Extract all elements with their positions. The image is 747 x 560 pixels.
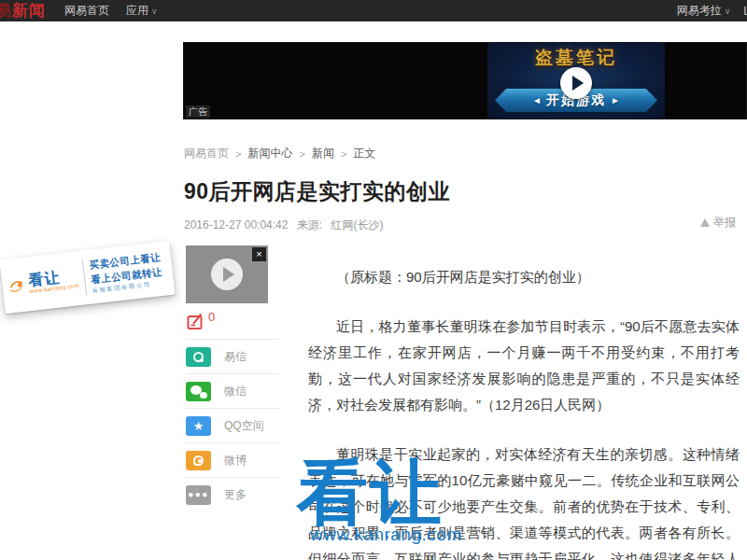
comment-pen-icon — [187, 313, 205, 330]
article-source[interactable]: 红网(长沙) — [331, 218, 383, 231]
article-paragraph: （原标题：90后开网店是实打实的创业） — [308, 264, 740, 290]
nav-apps-label: 应用 — [126, 4, 148, 17]
kanrang-bird-icon — [7, 274, 27, 297]
chevron-down-icon: ∨ — [151, 7, 158, 16]
star-glyph: ★ — [193, 420, 204, 432]
comment-button[interactable]: 0 — [187, 313, 215, 330]
wechat-bubble-small — [200, 392, 207, 399]
breadcrumb-separator: > — [341, 148, 346, 160]
kanrang-sticker-banner: 看让 www.kanrang.com 买卖公司上看让 看上公司就转让 百都集团有… — [0, 241, 176, 314]
share-wechat[interactable]: 微信 — [186, 373, 279, 408]
arrow-right-icon: ► — [611, 95, 620, 105]
logo-prefix: 易 — [0, 0, 10, 21]
close-icon[interactable]: × — [252, 247, 266, 261]
play-icon[interactable] — [211, 259, 243, 290]
netease-news-logo[interactable]: 易 新闻 — [0, 0, 46, 21]
share-label: 更多 — [224, 487, 247, 503]
video-thumbnail[interactable]: × — [186, 245, 268, 303]
nav-kaola-link[interactable]: 网易考拉∨ — [677, 3, 731, 19]
weibo-icon — [186, 451, 211, 470]
ellipsis-glyph: ●●● — [188, 490, 209, 499]
page-title: 90后开网店是实打实的创业 — [184, 177, 744, 206]
more-icon: ●●● — [186, 485, 211, 505]
article-paragraph: 近日，格力董事长董明珠在参加节目时表示，“90后不愿意去实体经济里工作，在家开网… — [308, 314, 740, 418]
chevron-down-icon: ∨ — [725, 7, 731, 16]
wechat-icon — [186, 382, 211, 401]
yixin-glyph — [193, 352, 204, 362]
yixin-icon — [186, 347, 211, 367]
top-navbar: 易 新闻 网易首页 应用∨ 网易考拉∨ L — [0, 0, 747, 21]
share-label: 易信 — [224, 349, 247, 365]
nav-kaola-label: 网易考拉 — [677, 4, 722, 17]
warning-triangle-icon — [700, 218, 710, 227]
breadcrumb-current: 正文 — [353, 146, 375, 161]
comment-count: 0 — [208, 310, 215, 324]
breadcrumb: 网易首页 > 新闻中心 > 新闻 > 正文 — [184, 146, 375, 161]
share-label: QQ空间 — [224, 418, 264, 434]
article-meta: 2016-12-27 00:04:42 来源: 红网(长沙) — [184, 217, 388, 233]
netease-news-article-page: 易 新闻 网易首页 应用∨ 网易考拉∨ L 盗墓笔记 ◄ 开始游戏 ► 广告 网… — [0, 0, 747, 560]
nav-partial-right-text[interactable]: L — [743, 5, 747, 18]
qzone-icon: ★ — [186, 416, 211, 436]
share-yixin[interactable]: 易信 — [186, 339, 279, 373]
banner-divider — [82, 259, 87, 295]
kanrang-slogans: 买卖公司上看让 看上公司就转让 百都集团有限公司 — [89, 250, 164, 295]
breadcrumb-news-center[interactable]: 新闻中心 — [247, 146, 292, 161]
article-source-label: 来源: — [297, 218, 322, 231]
weibo-eye-glyph — [193, 455, 204, 466]
report-button[interactable]: 举报 — [700, 215, 736, 231]
share-label: 微博 — [224, 453, 247, 469]
share-toolbar: 易信 微信 ★ QQ空间 微博 ●●● 更多 — [186, 339, 279, 511]
share-weibo[interactable]: 微博 — [186, 442, 279, 477]
logo-text: 新闻 — [12, 0, 46, 21]
kanrang-logo: 看让 www.kanrang.com — [7, 268, 79, 297]
article-body: （原标题：90后开网店是实打实的创业） 近日，格力董事长董明珠在参加节目时表示，… — [308, 264, 740, 560]
breadcrumb-separator: > — [299, 148, 304, 160]
play-icon[interactable] — [560, 67, 592, 99]
top-ad-banner[interactable]: 盗墓笔记 ◄ 开始游戏 ► 广告 — [183, 42, 747, 119]
report-label: 举报 — [713, 215, 736, 231]
nav-home-link[interactable]: 网易首页 — [64, 3, 109, 19]
breadcrumb-separator: > — [235, 148, 241, 160]
article-paragraph: 董明珠是干实业起家的，对实体经济有天生的亲切感。这种情绪表达，可在她与雷军的10… — [308, 441, 740, 560]
share-more[interactable]: ●●● 更多 — [186, 477, 279, 511]
article-datetime: 2016-12-27 00:04:42 — [184, 218, 288, 231]
nav-apps-link[interactable]: 应用∨ — [126, 3, 158, 19]
arrow-left-icon: ◄ — [532, 95, 542, 105]
ad-label: 广告 — [186, 105, 210, 118]
game-ad[interactable]: 盗墓笔记 ◄ 开始游戏 ► — [487, 43, 665, 119]
share-label: 微信 — [224, 384, 247, 399]
breadcrumb-news[interactable]: 新闻 — [312, 146, 334, 161]
share-qzone[interactable]: ★ QQ空间 — [186, 408, 279, 442]
breadcrumb-home[interactable]: 网易首页 — [184, 146, 229, 161]
